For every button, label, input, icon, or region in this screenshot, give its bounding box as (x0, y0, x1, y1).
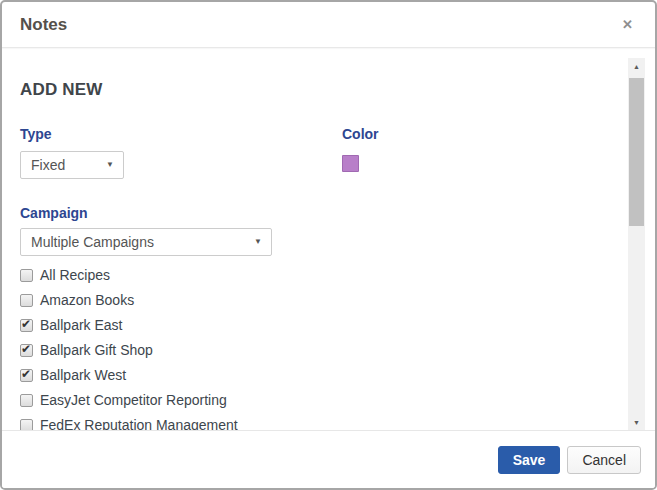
scrollbar[interactable]: ▲ ▼ (628, 58, 645, 430)
campaign-option-row[interactable]: EasyJet Competitor Reporting (20, 388, 615, 413)
color-field: Color (342, 126, 379, 179)
campaign-option-checkbox[interactable] (20, 319, 33, 332)
campaign-option-row[interactable]: Ballpark West (20, 363, 615, 388)
type-field: Type Fixed ▼ (20, 126, 342, 179)
campaign-option-label: FedEx Reputation Management (40, 413, 238, 430)
campaign-field: Campaign Multiple Campaigns ▼ (20, 205, 615, 256)
close-icon[interactable]: ✕ (618, 14, 637, 35)
color-label: Color (342, 126, 379, 143)
scrollbar-thumb[interactable] (629, 78, 644, 226)
campaign-option-checkbox[interactable] (20, 344, 33, 357)
notes-modal: Notes ✕ ADD NEW Type Fixed ▼ Color Campa… (0, 0, 657, 490)
campaign-option-checkbox[interactable] (20, 269, 33, 282)
campaign-option-checkbox[interactable] (20, 419, 33, 430)
section-heading-add-new: ADD NEW (20, 80, 615, 100)
campaign-option-row[interactable]: Amazon Books (20, 288, 615, 313)
campaign-checkbox-list: All Recipes Amazon Books Ballpark East B… (20, 263, 615, 430)
campaign-option-checkbox[interactable] (20, 294, 33, 307)
campaign-option-row[interactable]: Ballpark East (20, 313, 615, 338)
campaign-option-label: Ballpark Gift Shop (40, 338, 153, 363)
campaign-option-row[interactable]: All Recipes (20, 263, 615, 288)
campaign-label: Campaign (20, 205, 615, 222)
scroll-down-icon[interactable]: ▼ (628, 414, 645, 430)
cancel-button[interactable]: Cancel (567, 446, 641, 474)
save-button[interactable]: Save (498, 446, 561, 474)
chevron-down-icon: ▼ (254, 229, 262, 255)
color-swatch[interactable] (342, 155, 359, 172)
modal-title: Notes (20, 15, 67, 35)
modal-footer: Save Cancel (2, 430, 655, 488)
chevron-down-icon: ▼ (106, 152, 114, 178)
scroll-up-icon[interactable]: ▲ (628, 58, 645, 74)
campaign-option-row[interactable]: Ballpark Gift Shop (20, 338, 615, 363)
campaign-option-label: All Recipes (40, 263, 110, 288)
campaign-option-label: Ballpark West (40, 363, 126, 388)
campaign-option-checkbox[interactable] (20, 394, 33, 407)
type-label: Type (20, 126, 342, 143)
campaign-option-checkbox[interactable] (20, 369, 33, 382)
campaign-option-label: Amazon Books (40, 288, 134, 313)
modal-body: ADD NEW Type Fixed ▼ Color Campaign Mult… (2, 48, 655, 430)
campaign-select[interactable]: Multiple Campaigns ▼ (20, 228, 272, 256)
campaign-option-row[interactable]: FedEx Reputation Management (20, 413, 615, 430)
campaign-select-value: Multiple Campaigns (31, 234, 154, 250)
type-select[interactable]: Fixed ▼ (20, 151, 124, 179)
modal-header: Notes ✕ (2, 2, 655, 48)
campaign-option-label: EasyJet Competitor Reporting (40, 388, 227, 413)
type-select-value: Fixed (31, 157, 65, 173)
campaign-option-label: Ballpark East (40, 313, 122, 338)
type-color-row: Type Fixed ▼ Color (20, 126, 615, 179)
